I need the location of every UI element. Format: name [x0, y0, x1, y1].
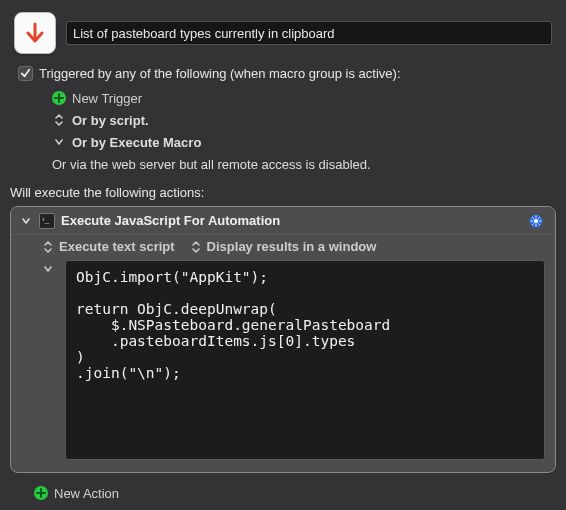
macro-header [0, 0, 566, 62]
script-code-editor[interactable]: ObjC.import("AppKit"); return ObjC.deepU… [65, 260, 545, 460]
svg-point-1 [534, 219, 538, 223]
or-by-execute-macro-label: Or by Execute Macro [72, 135, 201, 150]
check-icon [20, 68, 31, 79]
new-trigger-button[interactable]: New Trigger [18, 87, 548, 109]
or-via-web-label: Or via the web server but all remote acc… [52, 157, 371, 172]
new-action-button[interactable]: New Action [0, 479, 566, 501]
new-action-label: New Action [54, 486, 119, 501]
triggers-section: Triggered by any of the following (when … [0, 62, 566, 179]
new-trigger-label: New Trigger [72, 91, 142, 106]
or-by-script-row[interactable]: Or by script. [18, 109, 548, 131]
expand-updown-icon [41, 240, 55, 254]
execute-mode-select[interactable]: Execute text script [41, 239, 175, 254]
macro-icon-tile[interactable] [14, 12, 56, 54]
actions-heading-label: Will execute the following actions: [10, 185, 204, 200]
terminal-icon: ›_ [39, 213, 55, 229]
plus-circle-icon [34, 486, 48, 500]
display-mode-label: Display results in a window [207, 239, 377, 254]
plus-circle-icon [52, 91, 66, 105]
triggers-heading-row: Triggered by any of the following (when … [18, 66, 548, 81]
display-mode-select[interactable]: Display results in a window [189, 239, 377, 254]
action-gear-button[interactable] [525, 210, 547, 232]
gear-icon [527, 212, 545, 230]
code-disclosure-icon[interactable] [41, 260, 55, 274]
triggers-heading: Triggered by any of the following (when … [39, 66, 401, 81]
or-by-execute-macro-row[interactable]: Or by Execute Macro [18, 131, 548, 153]
down-arrow-icon [23, 21, 47, 45]
macro-title-input[interactable] [66, 21, 552, 45]
execute-mode-label: Execute text script [59, 239, 175, 254]
expand-updown-icon [52, 113, 66, 127]
action-titlebar[interactable]: ›_ Execute JavaScript For Automation [11, 207, 555, 235]
chevron-down-icon [52, 137, 66, 147]
triggers-enabled-checkbox[interactable] [18, 66, 33, 81]
expand-updown-icon [189, 240, 203, 254]
or-by-script-label: Or by script. [72, 113, 149, 128]
action-disclosure-icon[interactable] [19, 216, 33, 226]
actions-heading: Will execute the following actions: [0, 179, 566, 204]
code-area-wrap: ObjC.import("AppKit"); return ObjC.deepU… [11, 260, 555, 472]
or-via-web-row: Or via the web server but all remote acc… [18, 153, 548, 175]
action-card-execute-jsa: ›_ Execute JavaScript For Automation Exe… [10, 206, 556, 473]
action-title: Execute JavaScript For Automation [61, 213, 280, 228]
action-subbar: Execute text script Display results in a… [11, 235, 555, 260]
